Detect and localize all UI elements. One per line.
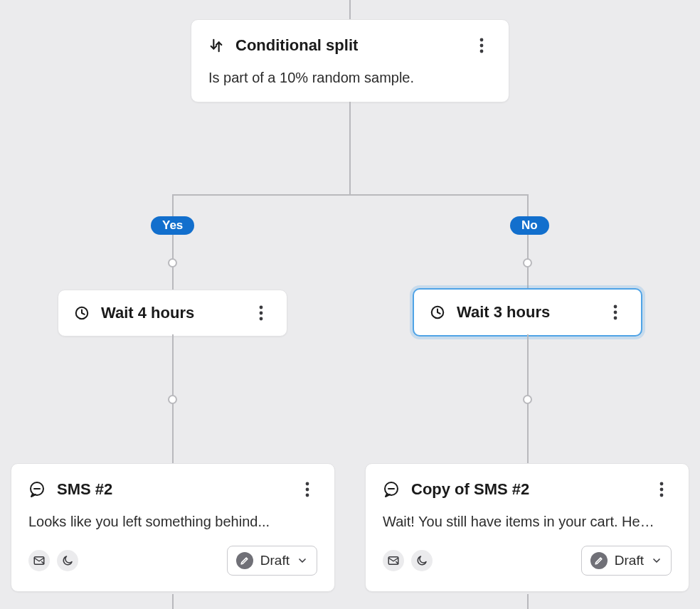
status-label: Draft [260,553,290,568]
svg-point-17 [660,482,664,486]
pencil-circle-icon [590,552,608,569]
card-more-button[interactable] [297,480,317,499]
sms-icon [383,481,400,498]
svg-point-1 [480,44,484,48]
conditional-split-title: Conditional split [235,36,358,55]
more-vertical-icon [259,305,263,321]
connector [527,194,529,290]
smart-send-icon[interactable] [28,550,50,571]
svg-point-2 [480,50,484,53]
wait-card-yes[interactable]: Wait 4 hours [58,290,287,337]
more-vertical-icon [659,482,664,497]
sms-title: SMS #2 [57,480,112,499]
sms-preview: Wait! You still have items in your cart.… [383,514,672,530]
svg-point-19 [660,494,664,497]
svg-point-8 [614,305,617,309]
svg-point-18 [660,488,664,492]
connector [172,194,174,290]
flow-canvas: Conditional split Is part of a 10% rando… [0,0,700,609]
clock-icon [430,304,445,320]
svg-point-5 [260,312,263,315]
branch-label-no: No [510,216,549,235]
sms-card-no[interactable]: Copy of SMS #2 Wait! You still have item… [365,463,689,592]
card-more-button[interactable] [652,480,672,499]
card-more-button[interactable] [605,302,625,322]
clock-icon [74,305,90,321]
connector-node [168,395,177,404]
svg-point-10 [614,317,617,320]
status-label: Draft [615,553,644,568]
svg-point-13 [306,488,309,492]
status-dropdown[interactable]: Draft [227,546,317,576]
conditional-split-card[interactable]: Conditional split Is part of a 10% rando… [191,19,509,102]
svg-point-14 [306,494,309,497]
smart-send-icon[interactable] [383,550,404,571]
svg-point-9 [614,311,617,314]
sms-icon [28,481,46,498]
svg-point-0 [480,38,484,42]
svg-point-4 [260,306,263,309]
connector-node [523,395,532,404]
card-more-button[interactable] [472,36,492,55]
svg-point-12 [306,482,309,486]
wait-title: Wait 4 hours [101,304,194,322]
wait-card-no[interactable]: Wait 3 hours [413,288,642,337]
connector [527,594,529,609]
conditional-split-description: Is part of a 10% random sample. [208,70,492,86]
wait-title: Wait 3 hours [457,303,550,322]
connector-node [523,258,532,268]
chevron-down-icon [651,555,662,566]
more-vertical-icon [479,38,484,53]
status-dropdown[interactable]: Draft [581,546,672,576]
connector [172,594,174,609]
svg-point-6 [260,317,263,321]
quiet-hours-icon[interactable] [411,550,433,571]
sms-card-yes[interactable]: SMS #2 Looks like you left something beh… [11,463,335,592]
more-vertical-icon [613,304,617,320]
card-more-button[interactable] [251,303,271,323]
branch-label-yes: Yes [151,216,194,235]
sms-title: Copy of SMS #2 [411,480,529,499]
connector-node [168,258,177,268]
quiet-hours-icon[interactable] [57,550,78,571]
connector [349,0,351,19]
more-vertical-icon [305,482,309,497]
connector [349,102,351,194]
split-icon [208,38,224,53]
sms-preview: Looks like you left something behind... [28,514,317,530]
connector [172,194,528,196]
chevron-down-icon [297,555,308,566]
pencil-circle-icon [236,552,253,569]
